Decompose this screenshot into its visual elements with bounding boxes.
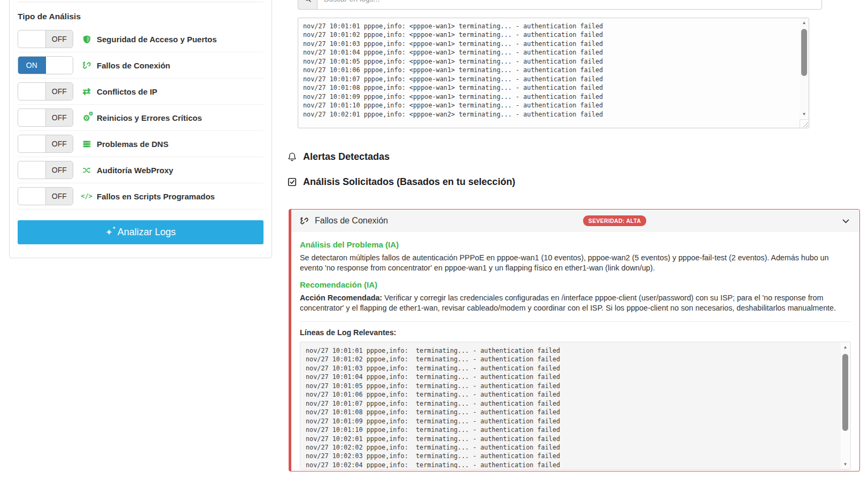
relevant-log-heading: Líneas de Log Relevantes: xyxy=(300,328,851,337)
shuffle-icon xyxy=(81,166,92,175)
alert-card-body: Análisis del Problema (IA) Se detectaron… xyxy=(291,232,859,471)
toggle-problemas-de-dns[interactable]: OFF xyxy=(18,135,73,153)
analysis-option-label: Seguridad de Acceso y Puertos xyxy=(97,35,217,44)
analysis-option-row: OFFAuditoría WebProxy xyxy=(18,157,264,183)
analysis-option-row: OFF</>Fallos en Scripts Programados xyxy=(18,183,264,210)
toggle-knob xyxy=(18,161,45,179)
recommendation-heading: Recomendación (IA) xyxy=(300,280,851,289)
toggle-state-label: ON xyxy=(18,57,46,74)
raw-log-text: nov/27 10:01:01 pppoe,info: <pppoe-wan1>… xyxy=(303,22,797,126)
scrollbar-thumb[interactable] xyxy=(801,29,807,76)
scroll-down-icon[interactable]: ▼ xyxy=(800,110,809,118)
scroll-up-icon[interactable]: ▲ xyxy=(841,343,850,351)
toggle-knob xyxy=(18,83,45,100)
toggle-fallos-en-scripts-programados[interactable]: OFF xyxy=(18,187,73,205)
toggle-knob xyxy=(18,135,45,152)
alert-card-title: Fallos de Conexión xyxy=(315,216,388,226)
log-search-group xyxy=(298,0,822,10)
analysis-option-label: Fallos de Conexión xyxy=(97,61,170,70)
chevron-down-icon[interactable] xyxy=(841,216,850,226)
requested-section-title: Análisis Solicitados (Basados en tu sele… xyxy=(303,176,515,188)
analysis-option-label: Reinicios y Errores Críticos xyxy=(97,113,202,122)
analysis-option-label-group: ⇄Conflictos de IP xyxy=(81,87,157,96)
check-square-icon xyxy=(287,177,297,187)
analysis-text: Se detectaron múltiples fallos de autent… xyxy=(300,253,837,273)
analysis-option-label: Fallos en Scripts Programados xyxy=(97,192,215,201)
recommendation-text: Acción Recomendada: Verificar y corregir… xyxy=(300,293,837,313)
toggle-state-label: OFF xyxy=(45,135,73,152)
toggle-knob xyxy=(46,57,73,74)
alert-card-header[interactable]: Fallos de Conexión SEVERIDAD: ALTA xyxy=(291,210,859,232)
toggle-fallos-de-conexi-n[interactable]: ON xyxy=(18,56,73,74)
connection-failures-alert-card: Fallos de Conexión SEVERIDAD: ALTA Análi… xyxy=(289,209,860,471)
analysis-option-label-group: ⚙⚙Reinicios y Errores Críticos xyxy=(81,113,202,122)
sidebar-top-divider xyxy=(18,0,264,2)
raw-log-scrollbar[interactable]: ▲ ▼ xyxy=(800,18,809,119)
relevant-log-box[interactable]: nov/27 10:01:01 pppoe,info: terminating.… xyxy=(300,342,851,470)
scroll-down-icon[interactable]: ▼ xyxy=(841,460,850,468)
toggle-state-label: OFF xyxy=(45,109,73,126)
alerts-section-heading: Alertas Detectadas xyxy=(287,151,390,163)
toggle-knob xyxy=(18,188,45,205)
analyze-logs-label: Analizar Logs xyxy=(118,227,176,238)
analysis-option-label-group: Fallos de Conexión xyxy=(81,61,170,70)
analysis-option-row: ONFallos de Conexión xyxy=(18,52,264,79)
analysis-option-label-group: </>Fallos en Scripts Programados xyxy=(81,192,215,201)
analysis-option-label: Auditoría WebProxy xyxy=(97,166,173,175)
requested-section-heading: Análisis Solicitados (Basados en tu sele… xyxy=(287,176,515,188)
textarea-resize-grip[interactable] xyxy=(800,119,809,128)
relevant-log-scrollbar[interactable]: ▲ ▼ xyxy=(841,343,850,469)
chain-broken-icon xyxy=(300,216,309,226)
search-icon xyxy=(298,0,317,10)
code-icon: </> xyxy=(81,192,92,200)
toggle-conflictos-de-ip[interactable]: OFF xyxy=(18,82,73,100)
toggle-state-label: OFF xyxy=(45,161,73,179)
analysis-option-row: OFFSeguridad de Acceso y Puertos xyxy=(18,26,264,52)
bell-icon xyxy=(287,152,297,162)
raw-log-textarea[interactable]: nov/27 10:01:01 pppoe,info: <pppoe-wan1>… xyxy=(298,18,809,128)
sidebar-title: Tipo de Análisis xyxy=(18,12,264,21)
toggle-knob xyxy=(18,30,45,48)
chain-broken-icon xyxy=(81,61,92,70)
analysis-heading: Análisis del Problema (IA) xyxy=(300,240,851,249)
exchange-icon: ⇄ xyxy=(81,87,92,96)
analyze-logs-button[interactable]: ✦ Analizar Logs xyxy=(18,220,264,244)
severity-badge: SEVERIDAD: ALTA xyxy=(583,215,646,226)
toggle-knob xyxy=(18,109,45,126)
analysis-option-row: OFFProblemas de DNS xyxy=(18,131,264,157)
scroll-up-icon[interactable]: ▲ xyxy=(800,19,809,27)
analysis-option-row: OFF⇄Conflictos de IP xyxy=(18,79,264,105)
toggle-reinicios-y-errores-cr-ticos[interactable]: OFF xyxy=(18,109,73,127)
analysis-option-label-group: Auditoría WebProxy xyxy=(81,166,173,175)
cogs-icon: ⚙⚙ xyxy=(81,114,92,122)
dns-server-icon xyxy=(81,140,92,149)
sparkles-icon: ✦ xyxy=(105,228,112,237)
analysis-option-row: OFF⚙⚙Reinicios y Errores Críticos xyxy=(18,105,264,131)
log-search-input[interactable] xyxy=(317,0,822,10)
alert-card-title-group: Fallos de Conexión xyxy=(300,216,388,226)
shield-icon xyxy=(81,35,92,44)
toggle-auditor-a-webproxy[interactable]: OFF xyxy=(18,161,73,179)
toggle-state-label: OFF xyxy=(45,30,73,48)
toggle-seguridad-de-acceso-y-puertos[interactable]: OFF xyxy=(18,30,73,48)
recommendation-label: Acción Recomendada: xyxy=(300,293,382,302)
analysis-toggle-list: OFFSeguridad de Acceso y PuertosONFallos… xyxy=(18,26,264,210)
toggle-state-label: OFF xyxy=(45,188,73,205)
analysis-option-label: Conflictos de IP xyxy=(97,87,157,96)
toggle-state-label: OFF xyxy=(45,83,73,100)
scrollbar-thumb[interactable] xyxy=(842,354,848,431)
alerts-section-title: Alertas Detectadas xyxy=(303,151,390,163)
relevant-log-text: nov/27 10:01:01 pppoe,info: terminating.… xyxy=(306,346,838,468)
body-divider xyxy=(300,321,851,322)
analysis-option-label-group: Problemas de DNS xyxy=(81,140,168,149)
analysis-option-label: Problemas de DNS xyxy=(97,140,168,149)
analysis-option-label-group: Seguridad de Acceso y Puertos xyxy=(81,35,217,44)
analysis-sidebar-card: Tipo de Análisis OFFSeguridad de Acceso … xyxy=(9,0,272,258)
